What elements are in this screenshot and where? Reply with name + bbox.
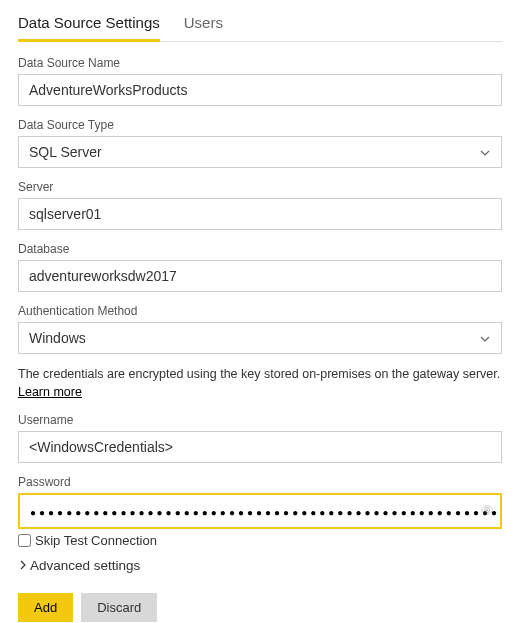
password-input[interactable]: ●●●●●●●●●●●●●●●●●●●●●●●●●●●●●●●●●●●●●●●●… bbox=[18, 493, 502, 529]
skip-test-connection-checkbox[interactable] bbox=[18, 534, 31, 547]
skip-test-connection-label: Skip Test Connection bbox=[35, 533, 157, 548]
username-label: Username bbox=[18, 413, 502, 427]
add-button[interactable]: Add bbox=[18, 593, 73, 622]
credentials-info-text: The credentials are encrypted using the … bbox=[18, 366, 502, 401]
data-source-type-value: SQL Server bbox=[29, 144, 102, 160]
tab-data-source-settings[interactable]: Data Source Settings bbox=[18, 8, 160, 42]
password-label: Password bbox=[18, 475, 502, 489]
data-source-name-label: Data Source Name bbox=[18, 56, 502, 70]
learn-more-link[interactable]: Learn more bbox=[18, 385, 82, 399]
auth-method-label: Authentication Method bbox=[18, 304, 502, 318]
server-label: Server bbox=[18, 180, 502, 194]
chevron-right-icon bbox=[18, 558, 28, 573]
tab-users[interactable]: Users bbox=[184, 8, 223, 42]
server-input[interactable] bbox=[18, 198, 502, 230]
database-label: Database bbox=[18, 242, 502, 256]
username-input[interactable] bbox=[18, 431, 502, 463]
button-row: Add Discard bbox=[18, 593, 502, 622]
reveal-password-icon[interactable] bbox=[480, 503, 494, 519]
data-source-type-label: Data Source Type bbox=[18, 118, 502, 132]
auth-method-value: Windows bbox=[29, 330, 86, 346]
data-source-name-input[interactable] bbox=[18, 74, 502, 106]
data-source-type-select[interactable]: SQL Server bbox=[18, 136, 502, 168]
svg-point-0 bbox=[486, 509, 488, 511]
database-input[interactable] bbox=[18, 260, 502, 292]
advanced-settings-toggle[interactable]: Advanced settings bbox=[18, 558, 502, 573]
password-masked-value: ●●●●●●●●●●●●●●●●●●●●●●●●●●●●●●●●●●●●●●●●… bbox=[30, 507, 502, 518]
advanced-settings-label: Advanced settings bbox=[30, 558, 140, 573]
tab-bar: Data Source Settings Users bbox=[18, 8, 502, 42]
chevron-down-icon bbox=[479, 332, 491, 344]
discard-button[interactable]: Discard bbox=[81, 593, 157, 622]
chevron-down-icon bbox=[479, 146, 491, 158]
auth-method-select[interactable]: Windows bbox=[18, 322, 502, 354]
